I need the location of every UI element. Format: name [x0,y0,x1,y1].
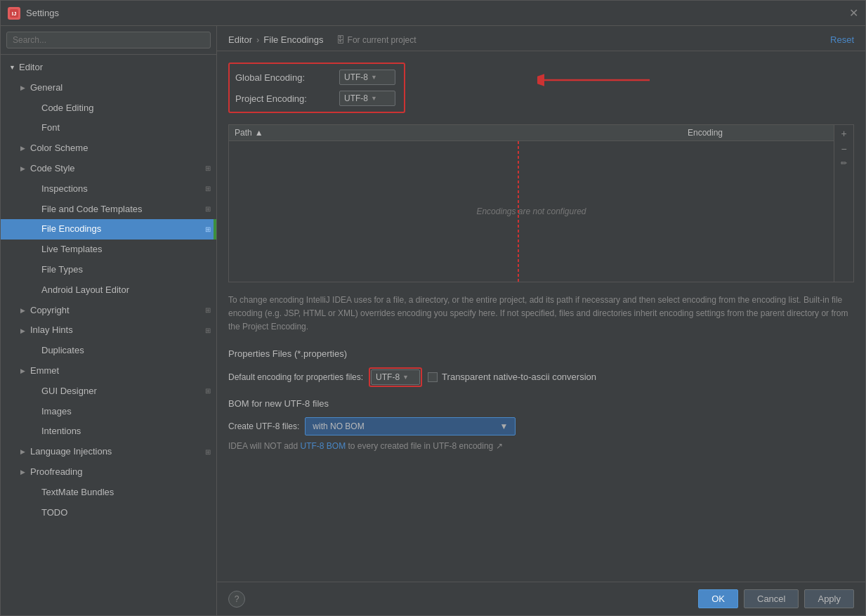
properties-row: Default encoding for properties files: U… [228,367,854,387]
sidebar-item-android-layout-editor[interactable]: Android Layout Editor [1,280,216,301]
bom-select-value: with NO BOM [313,421,364,431]
sidebar-item-live-templates[interactable]: Live Templates [1,240,216,260]
bom-select[interactable]: with NO BOM ▼ [305,417,516,435]
sidebar-item-editor[interactable]: ▼ Editor [1,58,216,78]
dropdown-arrow: ▼ [371,95,377,102]
bom-note-suffix: to every created file in UTF-8 encoding … [346,441,502,451]
transparent-checkbox[interactable] [428,372,438,382]
sidebar-item-font[interactable]: Font [1,118,216,138]
transparent-label: Transparent native-to-ascii conversion [442,372,596,382]
sidebar-item-proofreading[interactable]: ▶ Proofreading [1,462,216,483]
sidebar-item-label: File and Code Templates [41,202,202,217]
sidebar-item-images[interactable]: Images [1,402,216,422]
sidebar-item-file-code-templates[interactable]: File and Code Templates ⊞ [1,199,216,220]
sidebar-item-label: Copyright [30,303,202,318]
sidebar-item-label: Images [41,405,211,419]
sort-icon[interactable]: ▲ [255,128,263,138]
sidebar-item-label: Android Layout Editor [41,283,211,298]
dialog-body: ▼ Editor ▶ General Code Editing Font [1,26,865,615]
sidebar-item-label: Proofreading [30,465,211,480]
encoding-info-text: To change encoding IntelliJ IDEA uses fo… [228,294,854,334]
reset-link[interactable]: Reset [830,34,854,45]
copy-icon: ⊞ [205,224,211,235]
sidebar-item-label: Language Injections [30,445,202,459]
settings-dialog: IJ Settings ✕ ▼ Editor ▶ General [0,0,866,616]
sidebar-item-label: Duplicates [41,343,211,358]
dialog-title: Settings [26,8,59,18]
edit-path-button[interactable]: ✏ [836,157,852,169]
sidebar-item-code-style[interactable]: ▶ Code Style ⊞ [1,159,216,179]
sidebar-item-inlay-hints[interactable]: ▶ Inlay Hints ⊞ [1,320,216,341]
dropdown-arrow: ▼ [402,374,409,381]
sidebar-item-label: Live Templates [41,242,211,257]
table-body: Encodings are not configured [229,141,834,282]
sidebar-item-file-types[interactable]: File Types [1,260,216,280]
info-text-content: To change encoding IntelliJ IDEA uses fo… [228,295,848,332]
expand-arrow-lang-inject: ▶ [20,447,30,457]
sidebar-item-textmate-bundles[interactable]: TextMate Bundles [1,483,216,503]
sidebar-item-inspections[interactable]: Inspections ⊞ [1,179,216,199]
green-indicator [214,219,216,240]
encoding-table: Path ▲ Encoding E [228,124,854,282]
properties-section-title: Properties Files (*.properties) [228,348,854,359]
global-encoding-select[interactable]: UTF-8 ▼ [339,70,395,85]
transparent-checkbox-area: Transparent native-to-ascii conversion [428,372,596,382]
remove-path-button[interactable]: − [836,142,852,156]
project-icon: 🗄 [336,35,345,45]
sidebar-item-color-scheme[interactable]: ▶ Color Scheme [1,138,216,159]
properties-section: Properties Files (*.properties) Default … [228,348,854,387]
expand-arrow-code-style: ▶ [20,164,30,173]
bom-note: IDEA will NOT add UTF-8 BOM to every cre… [228,441,854,451]
apply-button[interactable]: Apply [804,589,854,608]
dropdown-arrow: ▼ [371,74,377,81]
project-encoding-row: Project Encoding: UTF-8 ▼ [235,91,395,106]
main-scroll-area: Global Encoding: UTF-8 ▼ Project Encodin… [217,51,865,582]
cancel-button[interactable]: Cancel [744,589,799,608]
global-encoding-value: UTF-8 [344,72,368,82]
sidebar-item-gui-designer[interactable]: GUI Designer ⊞ [1,381,216,402]
sidebar-item-language-injections[interactable]: ▶ Language Injections ⊞ [1,442,216,462]
sidebar-item-label: Color Scheme [30,141,211,156]
sidebar-item-copyright[interactable]: ▶ Copyright ⊞ [1,301,216,321]
sidebar-item-todo[interactable]: TODO [1,503,216,523]
close-button[interactable]: ✕ [849,6,858,20]
ok-button[interactable]: OK [698,589,738,608]
sidebar-item-label: Emmet [30,364,211,379]
table-action-buttons: + − ✏ [834,125,853,282]
props-encoding-select[interactable]: UTF-8 ▼ [371,369,420,385]
add-path-button[interactable]: + [836,126,852,140]
project-encoding-label: Project Encoding: [235,93,334,104]
table-main: Path ▲ Encoding E [229,125,834,282]
sidebar-item-label: Inspections [41,182,202,197]
search-box [1,26,216,55]
sidebar-item-label: Inlay Hints [30,323,202,338]
bom-note-link[interactable]: UTF-8 BOM [300,441,346,451]
path-label: Path [235,128,252,138]
expand-arrow-copyright: ▶ [20,306,30,315]
sidebar-item-intentions[interactable]: Intentions [1,421,216,442]
sidebar-item-general[interactable]: ▶ General [1,78,216,98]
sidebar-item-file-encodings[interactable]: File Encodings ⊞ [1,219,216,240]
sidebar-item-emmet[interactable]: ▶ Emmet [1,361,216,381]
sidebar-item-label: General [30,81,211,96]
breadcrumb: Editor › File Encodings 🗄 For current pr… [228,34,416,45]
breadcrumb-arrow: › [256,34,259,45]
sidebar-item-duplicates[interactable]: Duplicates [1,341,216,361]
project-encoding-select[interactable]: UTF-8 ▼ [339,91,395,106]
sidebar-item-code-editing[interactable]: Code Editing [1,98,216,119]
search-input[interactable] [6,32,211,48]
for-current-project: 🗄 For current project [336,35,416,45]
help-button[interactable]: ? [228,591,245,608]
copy-icon: ⊞ [205,447,211,458]
copy-icon: ⊞ [205,325,211,336]
breadcrumb-current: File Encodings [263,34,323,45]
expand-arrow-inlay-hints: ▶ [20,326,30,336]
copy-icon: ⊞ [205,163,211,174]
global-encoding-label: Global Encoding: [235,72,334,83]
bom-section-title: BOM for new UTF-8 files [228,398,854,409]
sidebar-item-label: Code Style [30,162,202,176]
svg-text:IJ: IJ [12,11,17,17]
encoding-highlight-box: Global Encoding: UTF-8 ▼ Project Encodin… [228,63,405,113]
footer-left: ? [228,591,245,608]
table-header: Path ▲ Encoding [229,125,834,141]
